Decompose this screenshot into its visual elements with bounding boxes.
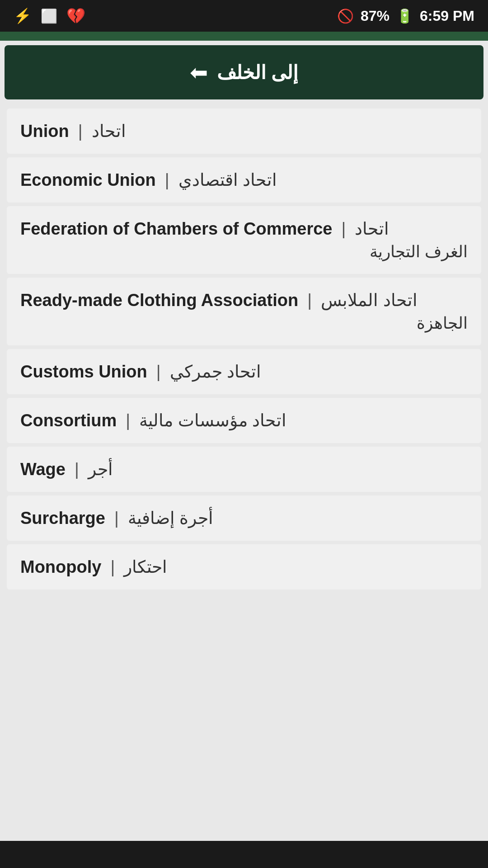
block-icon: 🚫 (337, 8, 354, 24)
word-english: Surcharge (20, 509, 105, 528)
word-arabic: اتحاد الملابس (321, 290, 418, 310)
word-arabic: أجرة إضافية (128, 508, 214, 528)
bottom-bar (0, 841, 488, 868)
word-english: Consortium (20, 411, 117, 430)
word-separator: | (126, 411, 130, 430)
status-bar: ⚡ ⬜ 💔 🚫 87% 🔋 6:59 PM (0, 0, 488, 32)
word-separator: | (156, 362, 161, 382)
word-arabic-subtitle: الجاهزة (20, 314, 468, 333)
image-icon: ⬜ (41, 8, 57, 24)
word-arabic: اتحاد مؤسسات مالية (139, 410, 286, 430)
word-arabic: اتحاد (92, 121, 126, 141)
word-separator: | (75, 460, 79, 479)
word-separator: | (114, 509, 119, 528)
list-item[interactable]: أجرة إضافية | Surcharge (7, 495, 481, 541)
word-arabic: احتكار (124, 557, 167, 577)
word-separator: | (78, 122, 83, 141)
status-bar-left: ⚡ ⬜ 💔 (14, 7, 85, 25)
word-english: Union (20, 122, 69, 141)
list-item[interactable]: اتحاد الملابس | Ready-made Clothing Asso… (7, 278, 481, 345)
word-english: Monopoly (20, 557, 101, 577)
list-item[interactable]: اتحاد | Union (7, 108, 481, 154)
back-arrow-icon: ⬅ (190, 60, 208, 85)
status-bar-right: 🚫 87% 🔋 6:59 PM (337, 8, 474, 24)
usb-icon: ⚡ (14, 7, 32, 24)
word-separator: | (307, 291, 312, 310)
word-separator: | (165, 170, 169, 190)
word-arabic: اتحاد جمركي (170, 362, 262, 382)
word-separator: | (110, 557, 115, 577)
list-item[interactable]: اتحاد مؤسسات مالية | Consortium (7, 398, 481, 443)
word-list: اتحاد | Union اتحاد اقتصادي | Economic U… (0, 104, 488, 594)
word-english: Customs Union (20, 362, 147, 382)
list-item[interactable]: اتحاد اقتصادي | Economic Union (7, 157, 481, 203)
word-separator: | (341, 219, 346, 239)
word-english: Ready-made Clothing Association (20, 291, 298, 310)
word-arabic: اتحاد اقتصادي (178, 170, 277, 190)
list-item[interactable]: اتحاد جمركي | Customs Union (7, 349, 481, 394)
list-item[interactable]: اتحاد | Federation of Chambers of Commer… (7, 206, 481, 274)
word-english: Economic Union (20, 170, 156, 190)
battery-percentage: 87% (361, 8, 389, 24)
back-button[interactable]: ⬅ إلى الخلف (5, 45, 483, 99)
list-item[interactable]: احتكار | Monopoly (7, 544, 481, 590)
word-arabic: أجر (88, 459, 113, 479)
battery-icon: 🔋 (396, 8, 413, 24)
list-item[interactable]: أجر | Wage (7, 447, 481, 492)
word-arabic: اتحاد (355, 219, 389, 239)
app-icon-bar (0, 32, 488, 41)
word-english: Federation of Chambers of Commerce (20, 219, 332, 239)
app-icon: 💔 (66, 7, 85, 25)
time-display: 6:59 PM (420, 8, 474, 24)
word-arabic-subtitle: الغرف التجارية (20, 242, 468, 261)
back-button-label: إلى الخلف (217, 61, 299, 84)
word-english: Wage (20, 460, 66, 479)
